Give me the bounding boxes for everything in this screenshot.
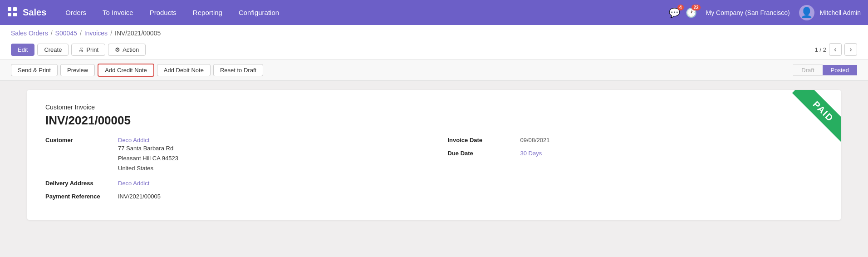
printer-icon: 🖨 — [78, 46, 84, 53]
svg-rect-0 — [8, 7, 11, 11]
breadcrumb-s00045[interactable]: S00045 — [55, 30, 77, 37]
print-button[interactable]: 🖨 Print — [71, 44, 105, 56]
top-navigation: Sales Orders To Invoice Products Reporti… — [0, 0, 868, 25]
payment-reference-label: Payment Reference — [45, 193, 118, 200]
action-button[interactable]: ⚙ Action — [108, 44, 146, 56]
notifications-badge: 4 — [677, 5, 684, 10]
next-button[interactable]: › — [844, 43, 857, 56]
payment-reference-field-row: Payment Reference INV/2021/00005 — [45, 193, 421, 200]
main-menu: Orders To Invoice Products Reporting Con… — [57, 0, 287, 25]
add-debit-note-button[interactable]: Add Debit Note — [157, 64, 211, 76]
invoice-date-field-row: Invoice Date 09/08/2021 — [448, 137, 823, 143]
add-credit-note-button[interactable]: Add Credit Note — [98, 64, 154, 77]
toolbar: Edit Create 🖨 Print ⚙ Action 1 / 2 ‹ › — [11, 40, 857, 59]
delivery-address-label: Delivery Address — [45, 180, 118, 187]
messages-badge: 22 — [691, 5, 700, 10]
breadcrumb-sep-3: / — [110, 30, 112, 37]
customer-address-line2: Pleasant Hill CA 94523 — [118, 153, 178, 163]
due-date-field-row: Due Date 30 Days — [448, 150, 823, 157]
customer-address: 77 Santa Barbara Rd Pleasant Hill CA 945… — [118, 143, 178, 173]
breadcrumb: Sales Orders / S00045 / Invoices / INV/2… — [11, 30, 857, 40]
due-date-value: 30 Days — [520, 150, 542, 157]
breadcrumb-invoices[interactable]: Invoices — [84, 30, 108, 37]
customer-address-line1: 77 Santa Barbara Rd — [118, 143, 178, 153]
status-bar: Draft Posted — [793, 64, 857, 76]
menu-item-reporting[interactable]: Reporting — [185, 0, 230, 25]
invoice-right-fields: Invoice Date 09/08/2021 Due Date 30 Days — [448, 137, 823, 206]
customer-address-line3: United States — [118, 163, 178, 173]
invoice-number: INV/2021/00005 — [45, 114, 823, 128]
menu-item-products[interactable]: Products — [142, 0, 185, 25]
apps-icon[interactable] — [7, 7, 17, 18]
customer-name-link[interactable]: Deco Addict — [118, 137, 149, 143]
invoice-fields: Customer Deco Addict 77 Santa Barbara Rd… — [45, 137, 823, 206]
gear-icon: ⚙ — [115, 46, 120, 53]
due-date-label: Due Date — [448, 150, 520, 157]
create-button[interactable]: Create — [37, 44, 69, 56]
invoice-card: PAID Customer Invoice INV/2021/00005 Cus… — [27, 90, 841, 220]
delivery-address-value: Deco Addict — [118, 180, 149, 187]
action-bar: Send & Print Preview Add Credit Note Add… — [0, 60, 868, 81]
brand-name[interactable]: Sales — [23, 7, 46, 18]
notifications-icon[interactable]: 💬 4 — [669, 7, 680, 18]
messages-icon[interactable]: 🕐 22 — [686, 7, 697, 18]
menu-item-to-invoice[interactable]: To Invoice — [94, 0, 142, 25]
preview-button[interactable]: Preview — [60, 64, 95, 76]
menu-item-configuration[interactable]: Configuration — [230, 0, 287, 25]
breadcrumb-bar: Sales Orders / S00045 / Invoices / INV/2… — [0, 25, 868, 60]
username: Mitchell Admin — [820, 9, 861, 16]
company-name: My Company (San Francisco) — [706, 9, 790, 16]
breadcrumb-sep-1: / — [51, 30, 53, 37]
prev-button[interactable]: ‹ — [829, 43, 842, 56]
send-print-button[interactable]: Send & Print — [11, 64, 58, 76]
customer-value: Deco Addict 77 Santa Barbara Rd Pleasant… — [118, 137, 178, 173]
reset-to-draft-button[interactable]: Reset to Draft — [213, 64, 263, 76]
svg-rect-2 — [8, 13, 11, 16]
invoice-date-label: Invoice Date — [448, 137, 520, 143]
invoice-left-fields: Customer Deco Addict 77 Santa Barbara Rd… — [45, 137, 421, 206]
svg-rect-1 — [13, 7, 17, 11]
customer-label: Customer — [45, 137, 118, 173]
status-draft: Draft — [793, 64, 822, 76]
payment-reference-value: INV/2021/00005 — [118, 193, 161, 200]
breadcrumb-current: INV/2021/00005 — [115, 30, 161, 37]
invoice-type: Customer Invoice — [45, 104, 823, 111]
customer-field-row: Customer Deco Addict 77 Santa Barbara Rd… — [45, 137, 421, 173]
status-posted: Posted — [823, 65, 857, 75]
topnav-right: 💬 4 🕐 22 My Company (San Francisco) 👤 Mi… — [669, 5, 861, 20]
svg-rect-3 — [13, 13, 17, 16]
breadcrumb-sep-2: / — [80, 30, 82, 37]
delivery-address-link[interactable]: Deco Addict — [118, 180, 149, 187]
breadcrumb-sales-orders[interactable]: Sales Orders — [11, 30, 48, 37]
user-avatar[interactable]: 👤 — [799, 5, 814, 20]
edit-button[interactable]: Edit — [11, 44, 34, 56]
menu-item-orders[interactable]: Orders — [57, 0, 94, 25]
invoice-date-value: 09/08/2021 — [520, 137, 550, 143]
delivery-address-field-row: Delivery Address Deco Addict — [45, 180, 421, 187]
pagination-text: 1 / 2 — [815, 46, 826, 53]
pagination-area: 1 / 2 ‹ › — [815, 43, 857, 56]
main-content: PAID Customer Invoice INV/2021/00005 Cus… — [0, 81, 868, 257]
